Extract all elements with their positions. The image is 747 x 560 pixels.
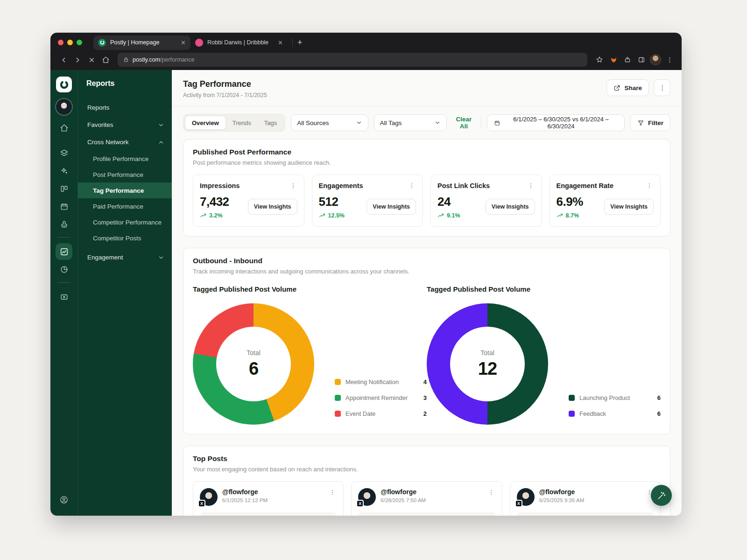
- tab-postly[interactable]: Postly | Homepage ✕: [93, 35, 190, 50]
- post-avatar: X: [200, 488, 218, 506]
- pie-reports-icon[interactable]: [56, 261, 72, 278]
- metric-card-impressions: Impressions 7,432 3.2% View: [193, 175, 304, 227]
- board-columns-icon[interactable]: [56, 180, 72, 197]
- funnel-icon: [637, 119, 644, 126]
- metric-menu-button[interactable]: [408, 182, 416, 190]
- view-insights-button[interactable]: View Insights: [604, 199, 654, 215]
- sidebar-item-reports[interactable]: Reports: [78, 99, 172, 116]
- metric-label: Engagements: [319, 182, 363, 189]
- analytics-nav-icon[interactable]: [56, 243, 72, 260]
- metric-card-post-link-clicks: Post Link Clicks 24 9.1% Vie: [430, 175, 542, 227]
- view-insights-button[interactable]: View Insights: [486, 199, 535, 215]
- legend-swatch: [335, 379, 341, 385]
- sidebar-item-profile-performance[interactable]: Profile Performance: [78, 151, 172, 167]
- maximize-window-button[interactable]: [77, 40, 82, 45]
- tags-dropdown[interactable]: All Tags: [374, 114, 447, 131]
- clear-all-button[interactable]: Clear All: [452, 116, 476, 130]
- kebab-icon: [290, 182, 296, 189]
- tab-dribbble[interactable]: Robbi Darwis | Dribbble ✕: [190, 35, 288, 50]
- post-card: X @flowforge 6/25/2025 9:35 AM Behind-th…: [510, 481, 661, 516]
- ads-video-icon[interactable]: [56, 288, 72, 305]
- magic-wand-fab[interactable]: [651, 485, 672, 506]
- card-subtitle: Your most engaging content based on reac…: [193, 466, 661, 473]
- metric-change: 8.7%: [557, 212, 583, 219]
- extensions-puzzle-icon[interactable]: [621, 53, 634, 66]
- profile-avatar[interactable]: [649, 53, 662, 66]
- date-range-button[interactable]: 6/1/2025 – 6/30/2025 vs 6/1/2024 – 6/30/…: [487, 114, 625, 131]
- close-window-button[interactable]: [58, 40, 63, 45]
- legend-item: Appointment Reminder 3: [335, 394, 427, 401]
- sidebar-toggle-icon[interactable]: [635, 53, 648, 66]
- page-menu-button[interactable]: [654, 79, 670, 96]
- tab-close-icon[interactable]: ✕: [181, 40, 186, 46]
- chevron-down-icon: [158, 122, 164, 128]
- share-label: Share: [624, 84, 642, 91]
- legend-item: Event Date 2: [335, 410, 427, 417]
- post-handle: @flowforge: [222, 488, 324, 496]
- fox-extension-icon[interactable]: [607, 53, 620, 66]
- address-bar[interactable]: postly.com/performance: [118, 53, 587, 67]
- sidebar-item-post-performance[interactable]: Post Performance: [78, 167, 172, 182]
- post-menu-button[interactable]: [328, 488, 337, 497]
- approvals-stamp-icon[interactable]: [56, 216, 72, 232]
- sidebar-item-label: Favorites: [87, 121, 113, 128]
- metric-change-value: 12.5%: [328, 212, 345, 219]
- sidebar-item-favorites[interactable]: Favorites: [78, 116, 172, 133]
- home-nav-icon[interactable]: [56, 119, 72, 136]
- sources-dropdown[interactable]: All Sources: [291, 114, 368, 131]
- ai-sparkles-icon[interactable]: [56, 162, 72, 179]
- metric-change-value: 9.1%: [447, 212, 460, 219]
- bookmark-star-icon[interactable]: [593, 53, 606, 66]
- card-title: Outbound - Inbound: [193, 257, 661, 265]
- layers-icon[interactable]: [56, 145, 72, 161]
- post-datetime: 6/25/2025 9:35 AM: [539, 497, 641, 503]
- share-icon: [613, 84, 620, 91]
- kebab-icon: [528, 182, 534, 189]
- card-subtitle: Track incoming interactions and outgoing…: [193, 268, 661, 275]
- view-insights-button[interactable]: View Insights: [248, 199, 297, 215]
- sidebar-item-engagement[interactable]: Engagement: [78, 249, 172, 266]
- calendar-nav-icon[interactable]: [56, 198, 72, 215]
- sidebar-item-paid-performance[interactable]: Paid Performance: [78, 198, 172, 214]
- tab-tags[interactable]: Tags: [258, 116, 283, 130]
- sidebar-item-cross-network[interactable]: Cross Network: [78, 133, 172, 151]
- account-icon[interactable]: [56, 491, 72, 508]
- tab-overview[interactable]: Overview: [185, 116, 226, 130]
- sidebar-item-competitor-performance[interactable]: Competitor Performance: [78, 214, 172, 230]
- new-tab-button[interactable]: +: [297, 38, 303, 47]
- donut-center-label: Total: [247, 349, 261, 357]
- metric-menu-button[interactable]: [645, 182, 654, 190]
- workspace-avatar[interactable]: [56, 99, 72, 115]
- view-insights-button[interactable]: View Insights: [366, 199, 416, 215]
- browser-menu-icon[interactable]: [663, 53, 676, 66]
- browser-chrome: Postly | Homepage ✕ Robbi Darwis | Dribb…: [50, 33, 682, 70]
- chart-title: Tagged Published Post Volume: [193, 285, 427, 293]
- sidebar-item-label: Engagement: [87, 254, 123, 261]
- metric-card-engagements: Engagements 512 12.5% View I: [312, 175, 423, 227]
- metric-value: 6.9%: [557, 195, 583, 209]
- metric-menu-button[interactable]: [289, 182, 297, 190]
- post-avatar: X: [517, 488, 535, 506]
- kebab-icon: [646, 182, 653, 189]
- share-button[interactable]: Share: [606, 79, 649, 96]
- legend-label: Event Date: [345, 410, 419, 417]
- post-menu-button[interactable]: [487, 488, 495, 497]
- forward-button[interactable]: [71, 53, 84, 66]
- tab-close-icon[interactable]: ✕: [278, 40, 283, 46]
- sidebar-item-competitor-posts[interactable]: Competitor Posts: [78, 230, 172, 246]
- tab-trends[interactable]: Trends: [226, 116, 258, 130]
- legend-label: Feedback: [579, 410, 653, 417]
- filter-button[interactable]: Filter: [630, 114, 670, 131]
- metric-menu-button[interactable]: [527, 182, 535, 190]
- legend-value: 6: [657, 410, 661, 417]
- home-button[interactable]: [99, 53, 112, 66]
- postly-logo[interactable]: [56, 77, 72, 92]
- back-button[interactable]: [57, 53, 70, 66]
- metric-change-value: 3.2%: [209, 212, 223, 219]
- metric-card-engagement-rate: Engagement Rate 6.9% 8.7% Vi: [550, 175, 661, 227]
- sidebar-item-tag-performance[interactable]: Tag Performance: [78, 182, 172, 198]
- metric-label: Post Link Clicks: [437, 182, 490, 189]
- minimize-window-button[interactable]: [67, 40, 73, 45]
- stop-button[interactable]: [85, 53, 98, 66]
- trend-up-icon: [200, 212, 206, 219]
